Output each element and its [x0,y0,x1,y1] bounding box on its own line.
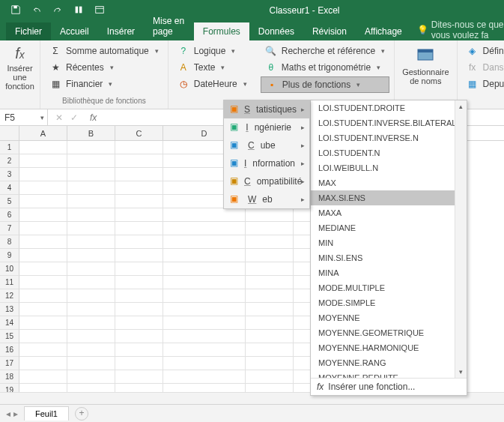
cell[interactable] [163,343,246,357]
cell[interactable] [67,154,115,168]
scroll-up-icon[interactable]: ▴ [455,100,467,112]
function-item[interactable]: MIN.SI.ENS [311,250,467,265]
function-item[interactable]: LOI.STUDENT.DROITE [311,100,467,115]
lookup-button[interactable]: 🔍Recherche et référence▾ [261,43,389,58]
tab-insert[interactable]: Insérer [98,22,144,40]
cell[interactable] [115,208,163,222]
cell[interactable] [115,235,163,249]
cell[interactable] [246,208,294,222]
submenu-item-eng[interactable]: ▣Ingénierie▸ [224,118,309,136]
text-button[interactable]: ATexte▾ [173,60,252,75]
function-item[interactable]: LOI.STUDENT.N [311,145,467,160]
cell[interactable] [67,316,115,330]
tab-view[interactable]: Affichage [356,22,411,40]
menu-scrollbar[interactable]: ▴ ▾ [455,100,467,378]
autosum-button[interactable]: ΣSomme automatique▾ [45,43,163,58]
cell[interactable] [246,330,294,343]
cell[interactable] [19,316,67,330]
cell[interactable] [115,316,163,330]
submenu-item-stat[interactable]: ▣Statistiques▸ [224,100,309,118]
cell[interactable] [67,303,115,316]
cell[interactable] [246,222,294,235]
name-box[interactable]: F5▾ [0,109,48,125]
cell[interactable] [246,289,294,303]
cell[interactable] [19,249,67,262]
cell[interactable] [163,276,246,289]
function-item[interactable]: MIN [311,235,467,250]
column-header[interactable]: B [67,126,115,140]
function-item[interactable]: LOI.WEIBULL.N [311,160,467,175]
cell[interactable] [163,357,246,370]
cell[interactable] [19,303,67,316]
customize-icon[interactable] [94,4,105,17]
cell[interactable] [67,168,115,181]
row-header[interactable]: 9 [0,249,19,262]
row-header[interactable]: 3 [0,168,19,181]
cell[interactable] [246,276,294,289]
cell[interactable] [115,195,163,208]
use-in-formula-button[interactable]: fxDans une formule▾ [462,60,504,75]
more-functions-button[interactable]: ▪Plus de fonctions▾ [261,76,389,93]
row-header[interactable]: 15 [0,330,19,343]
row-header[interactable]: 5 [0,195,19,208]
function-item[interactable]: LOI.STUDENT.INVERSE.BILATERALE [311,115,467,130]
cell[interactable] [115,330,163,343]
column-header[interactable]: C [115,126,163,140]
touch-icon[interactable] [73,4,84,17]
sheet-tab[interactable]: Feuil1 [24,406,69,421]
submenu-item-compat[interactable]: ▣Compatibilité▸ [224,172,309,190]
sheet-nav-next-icon[interactable]: ▸ [13,409,18,419]
row-header[interactable]: 13 [0,303,19,316]
cell[interactable] [115,181,163,195]
tell-me[interactable]: 💡Dites-nous ce que vous voulez fa [417,19,504,40]
row-header[interactable]: 17 [0,357,19,370]
cell[interactable] [19,262,67,276]
submenu-item-info[interactable]: ▣Information▸ [224,154,309,172]
function-item[interactable]: MOYENNE.REDUITE [311,370,467,378]
cell[interactable] [67,249,115,262]
function-item[interactable]: MEDIANE [311,220,467,235]
cell[interactable] [115,343,163,357]
cell[interactable] [67,222,115,235]
cell[interactable] [115,276,163,289]
add-sheet-button[interactable]: + [75,407,88,421]
cell[interactable] [67,370,115,384]
cell[interactable] [115,222,163,235]
cell[interactable] [19,168,67,181]
cell[interactable] [163,370,246,384]
row-header[interactable]: 16 [0,343,19,357]
function-item[interactable]: MAX.SI.ENS [311,190,467,205]
function-item[interactable]: MAX [311,175,467,190]
row-header[interactable]: 10 [0,262,19,276]
cell[interactable] [115,154,163,168]
cell[interactable] [163,330,246,343]
cell[interactable] [246,235,294,249]
column-header[interactable]: A [19,126,67,140]
row-header[interactable]: 14 [0,316,19,330]
cell[interactable] [67,181,115,195]
math-button[interactable]: θMaths et trigonométrie▾ [261,60,389,75]
function-item[interactable]: MODE.MULTIPLE [311,280,467,295]
function-item[interactable]: MAXA [311,205,467,220]
cell[interactable] [67,330,115,343]
cell[interactable] [19,222,67,235]
cell[interactable] [67,343,115,357]
function-item[interactable]: MOYENNE [311,310,467,325]
cell[interactable] [67,262,115,276]
cell[interactable] [246,357,294,370]
tab-data[interactable]: Données [249,22,303,40]
cell[interactable] [163,222,246,235]
row-header[interactable]: 12 [0,289,19,303]
row-header[interactable]: 2 [0,154,19,168]
insert-function-link[interactable]: fxInsérer une fonction... [311,378,467,395]
logical-button[interactable]: ?Logique▾ [173,43,252,58]
cell[interactable] [115,289,163,303]
cell[interactable] [19,208,67,222]
insert-function-button[interactable]: fx Insérer une fonction [4,43,35,92]
row-header[interactable]: 11 [0,276,19,289]
cell[interactable] [115,168,163,181]
cell[interactable] [19,330,67,343]
cell[interactable] [67,141,115,154]
fx-label[interactable]: fx [85,112,97,123]
recent-button[interactable]: ★Récentes▾ [45,60,163,75]
